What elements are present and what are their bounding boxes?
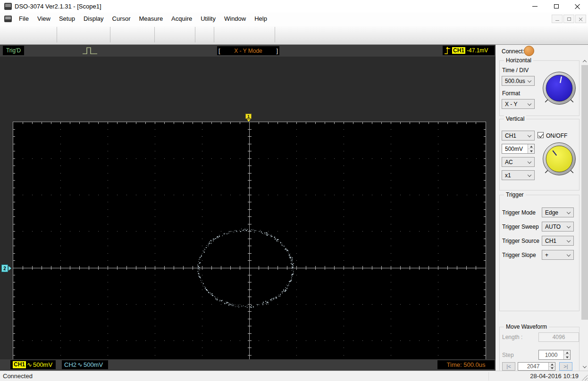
close-button[interactable] (567, 0, 588, 13)
bracket-right: ] (276, 47, 278, 54)
mdi-window-controls (552, 15, 586, 23)
mdi-restore-icon (567, 17, 571, 21)
mdi-restore-button[interactable] (563, 15, 574, 23)
ch1-chip: CH1 (13, 361, 26, 368)
app-icon (4, 3, 12, 10)
channel1-position-marker[interactable]: 1 (245, 114, 252, 121)
close-icon (575, 4, 580, 9)
volts-div-stepper[interactable]: 500mV (502, 144, 535, 154)
chevron-down-icon (528, 133, 531, 137)
chevron-down-icon (528, 160, 531, 164)
menu-cursor[interactable]: Cursor (108, 13, 135, 25)
length-field: 4096 (538, 332, 579, 342)
trigger-mode-label: Trigger Mode (502, 209, 536, 216)
trigger-sweep-value: AUTO (545, 224, 561, 230)
go-first-button[interactable]: |< (502, 362, 515, 371)
menu-file[interactable]: File (15, 13, 33, 25)
window-title: DSO-3074 Ver2.1.31 - [Scope1] (15, 3, 101, 10)
chevron-down-icon (567, 239, 571, 242)
chevron-up-icon (583, 60, 587, 64)
trigger-source-label: Trigger Source (502, 238, 539, 244)
move-waveform-title: Move Waveform (504, 323, 549, 330)
trigger-slope-label: Trigger Slope (502, 252, 536, 258)
trigger-mode-value: Edge (545, 209, 558, 216)
mdi-minimize-button[interactable] (552, 15, 563, 23)
stepper-arrows[interactable] (528, 144, 534, 153)
trigger-sweep-select[interactable]: AUTO (542, 222, 574, 232)
menu-display[interactable]: Display (79, 13, 108, 25)
chevron-down-icon (528, 173, 531, 177)
ch1-coupling-icon: ∿ (27, 361, 32, 368)
probe-value: x1 (505, 172, 511, 179)
trigger-mode-select[interactable]: Edge (542, 207, 574, 217)
position-stepper[interactable]: 2047 (518, 362, 555, 371)
ch2-label: CH2 (64, 361, 76, 368)
time-div-label: Time / DIV (502, 67, 529, 74)
vertical-knob[interactable] (540, 140, 578, 178)
channel-select[interactable]: CH1 (502, 131, 535, 141)
menu-utility[interactable]: Utility (196, 13, 220, 25)
scrollbar-thumb[interactable] (581, 65, 588, 320)
mdi-close-button[interactable] (575, 15, 586, 23)
scope-screen[interactable] (13, 122, 486, 381)
trigger-edge-icon (445, 47, 451, 55)
signal-status-bar: Trig'D [ X - Y Mode ] CH1 -47.1mV (0, 45, 496, 57)
vertical-group-title: Vertical (504, 116, 526, 122)
trigger-status: Trig'D (3, 46, 24, 55)
ch1-status: CH1 ∿ 500mV (10, 360, 56, 369)
connect-indicator-button[interactable] (524, 46, 534, 56)
length-label: Length : (502, 334, 522, 340)
trigger-level-value: -47.1mV (467, 47, 488, 54)
go-last-button[interactable]: >| (559, 362, 572, 371)
pulse-shape-icon (82, 46, 99, 58)
app-window: DSO-3074 Ver2.1.31 - [Scope1] File View … (0, 0, 588, 381)
horizontal-group: Horizontal Time / DIV 500.0us Format X -… (499, 60, 580, 116)
move-waveform-group: Move Waveform Length : 4096 Step 1000 |<… (499, 327, 580, 371)
down-arrow-icon (530, 150, 533, 152)
menu-view[interactable]: View (33, 13, 55, 25)
menu-help[interactable]: Help (250, 13, 271, 25)
status-bar: Connected 28-04-2016 10:19 (0, 371, 588, 381)
trigger-source-select[interactable]: CH1 (542, 236, 574, 246)
time-div-select[interactable]: 500.0us (502, 76, 535, 86)
menu-acquire[interactable]: Acquire (167, 13, 196, 25)
menu-setup[interactable]: Setup (55, 13, 79, 25)
volts-div-value: 500mV (502, 146, 528, 152)
menu-window[interactable]: Window (220, 13, 250, 25)
maximize-button[interactable] (546, 0, 567, 13)
channel2-position-marker[interactable]: 2 (1, 265, 11, 272)
minimize-button[interactable] (524, 0, 546, 13)
time-div-value: 500.0us (505, 78, 525, 84)
coupling-select[interactable]: AC (502, 157, 535, 167)
scroll-up-button[interactable] (581, 57, 588, 65)
mdi-close-icon (579, 17, 583, 21)
chevron-down-icon (567, 210, 571, 214)
toolbar-separator (214, 27, 214, 42)
trigger-slope-select[interactable]: + (542, 250, 574, 260)
horizontal-group-title: Horizontal (504, 57, 533, 64)
resize-grip[interactable] (582, 375, 588, 381)
menu-measure[interactable]: Measure (135, 13, 168, 25)
horizontal-knob[interactable] (540, 69, 578, 107)
scope-display-area: 1 2 (0, 57, 496, 359)
step-stepper[interactable]: 1000 (538, 350, 571, 360)
coupling-value: AC (505, 159, 513, 166)
chevron-down-icon (528, 79, 531, 83)
scroll-down-button[interactable] (581, 363, 588, 371)
maximize-icon (554, 4, 559, 8)
probe-select[interactable]: x1 (502, 170, 535, 180)
format-select[interactable]: X - Y (502, 99, 535, 109)
channel-value: CH1 (505, 133, 516, 139)
ch2-status: CH2 ∿ 500mV (62, 360, 108, 369)
mdi-minimize-icon (555, 20, 559, 21)
chevron-down-icon (528, 102, 531, 106)
panel-scrollbar[interactable] (581, 57, 588, 371)
trigger-group-title: Trigger (504, 191, 526, 198)
chevron-down-icon (583, 364, 587, 368)
stepper-arrows[interactable] (548, 363, 555, 370)
channel-onoff-checkbox[interactable] (538, 132, 544, 138)
control-panel: Connect: Horizontal Time / DIV 500.0us F… (496, 45, 588, 371)
stepper-arrows[interactable] (563, 350, 570, 359)
format-value: X - Y (505, 101, 517, 108)
chevron-down-icon (567, 253, 571, 257)
